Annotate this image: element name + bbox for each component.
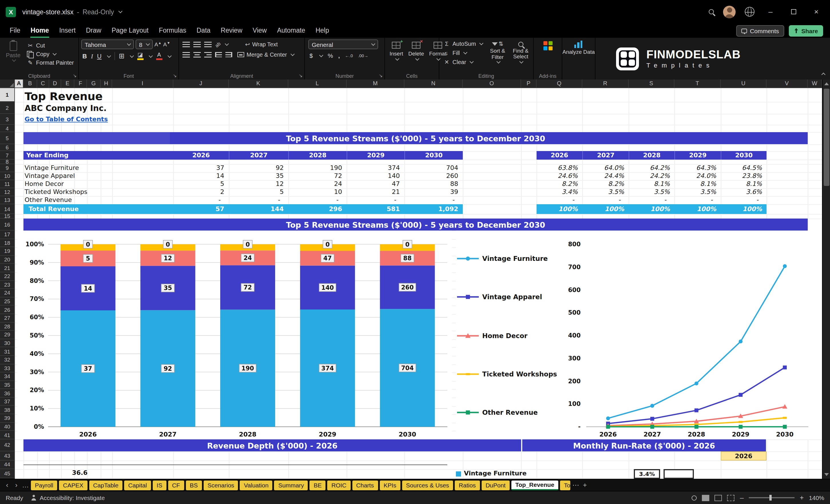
analyze-data-button[interactable]: Analyze Data [562,38,595,55]
total-pct[interactable]: 100% [546,206,580,213]
cell-pct[interactable]: 3.5% [684,188,719,196]
total-pct[interactable]: 100% [592,206,626,213]
sheet-tab-capital[interactable]: Capital [124,480,151,490]
share-button[interactable]: Share [789,25,823,36]
cell-value[interactable]: 12 [252,180,286,188]
font-color-button[interactable]: A [156,52,162,60]
year-header-2029[interactable]: 2029 [347,151,405,160]
total-value[interactable]: 144 [252,206,286,213]
cell-value[interactable]: 37 [192,164,226,172]
menu-file[interactable]: File [5,24,26,38]
company-name[interactable]: ABC Company Inc. [25,103,107,113]
row-header-25[interactable]: 25 [0,297,15,306]
column-header-L[interactable]: L [288,80,347,88]
row-header-8[interactable]: 8 [0,160,15,164]
row-label[interactable]: Vintage Apparel [25,172,151,180]
column-header-O[interactable]: O [463,80,521,88]
cell-value[interactable]: 140 [368,172,402,180]
clear-button[interactable]: Clear [442,58,484,66]
row-label[interactable]: Vintage Furniture [25,164,151,172]
cell-value[interactable]: 14 [192,172,226,180]
row-header-20[interactable]: 20 [0,256,15,264]
sheet-tab-dupont[interactable]: DuPont [482,480,510,490]
stacked-bar-chart[interactable]: 100%90%80%70%60%50%40%30%20%10%0%3714502… [17,230,452,439]
cell-value[interactable]: 10 [310,188,344,196]
legend-item-other-revenue[interactable]: Other Revenue [457,408,558,416]
sheet-tab-scenarios[interactable]: Scenarios [203,480,238,490]
avatar[interactable] [723,5,736,18]
cell-value[interactable]: 5 [192,180,226,188]
zoom-slider[interactable] [749,497,795,498]
row-header-4[interactable]: 4 [0,125,15,132]
cell-value[interactable]: 260 [426,172,460,180]
line-chart[interactable]: 800700600500400300200100-202620272028202… [558,230,822,439]
row-header-15[interactable]: 15 [0,214,15,219]
zoom-slider-thumb[interactable] [769,495,771,501]
year-header-2026[interactable]: 2026 [173,151,229,160]
row-header-13[interactable]: 13 [0,196,15,204]
cell-value[interactable]: 72 [310,172,344,180]
cell-pct[interactable]: 3.6% [730,188,764,196]
total-pct[interactable]: 100% [730,206,764,213]
zoom-in-button[interactable]: + [800,494,804,502]
cell-pct[interactable]: 64.0% [592,164,626,172]
number-dialog-launcher[interactable] [379,74,383,78]
row-header-42[interactable]: 42 [0,439,15,451]
column-header-A[interactable]: A [15,80,24,88]
total-value[interactable]: 57 [192,206,226,213]
cell-pct[interactable]: 3.5% [638,188,672,196]
page-break-view-icon[interactable] [727,495,735,501]
accessibility-status[interactable]: Accessibility: Investigate [31,494,105,501]
pct-year-header-2028[interactable]: 2028 [629,151,674,160]
row-header-45[interactable]: 45 [0,469,15,478]
cell-pct[interactable]: 24.4% [592,172,626,180]
banner-monthly-runrate[interactable]: Monthly Run-Rate ($'000) - 2026 [522,439,766,451]
column-header-Q[interactable]: Q [537,80,582,88]
year-ending-header[interactable]: Year Ending [24,151,173,160]
row-header-29[interactable]: 29 [0,330,15,339]
row-header-37[interactable]: 37 [0,398,15,406]
row-header-28[interactable]: 28 [0,322,15,330]
menu-draw[interactable]: Draw [81,24,107,38]
column-header-T[interactable]: T [674,80,721,88]
cell-pct[interactable]: 8.1% [638,180,672,188]
cell-pct[interactable]: - [684,196,719,204]
orientation-button[interactable]: ab [214,40,222,48]
row-header-17[interactable]: 17 [0,230,15,239]
column-header-D[interactable]: D [49,80,61,88]
row-header-40[interactable]: 40 [0,422,15,431]
normal-view-icon[interactable] [702,495,710,501]
sheet-tab-payroll[interactable]: Payroll [31,480,57,490]
toc-link[interactable]: Go to Table of Contents [25,116,108,123]
cell-value[interactable]: 24 [310,180,344,188]
menu-insert[interactable]: Insert [54,24,81,38]
row-header-16[interactable]: 16 [0,219,15,230]
autosum-button[interactable]: AutoSum [442,40,484,48]
comments-button[interactable]: Comments [736,25,784,36]
legend-item-ticketed-workshops[interactable]: Ticketed Workshops [457,370,558,378]
row-header-3[interactable]: 3 [0,114,15,125]
vertical-scroll-thumb[interactable] [824,89,829,186]
row-header-21[interactable]: 21 [0,264,15,272]
row-header-26[interactable]: 26 [0,306,15,314]
next-sheet-button[interactable]: › [12,480,20,490]
row-header-39[interactable]: 39 [0,414,15,422]
menu-help[interactable]: Help [310,24,334,38]
collapse-ribbon-chevron-icon[interactable] [822,73,825,77]
close-button[interactable]: × [809,7,823,17]
format-painter-button[interactable]: Format Painter [25,59,75,66]
borders-button[interactable] [119,52,124,60]
cell-pct[interactable]: 64.3% [684,164,719,172]
sheet-tab-kpis[interactable]: KPIs [380,480,400,490]
row-header-6[interactable]: 6 [0,144,15,151]
column-header-H[interactable]: H [101,80,112,88]
sheet-tab-valuation[interactable]: Valuation [240,480,273,490]
select-all-corner[interactable] [0,80,15,88]
fill-button[interactable]: Fill [442,49,484,57]
row-header-33[interactable]: 33 [0,364,15,372]
cell-pct[interactable]: - [730,196,764,204]
bold-button[interactable]: B [83,53,87,60]
wrap-text-button[interactable]: Wrap Text [244,41,280,48]
cell-pct[interactable]: 3.5% [592,188,626,196]
alignment-dialog-launcher[interactable] [299,74,302,78]
